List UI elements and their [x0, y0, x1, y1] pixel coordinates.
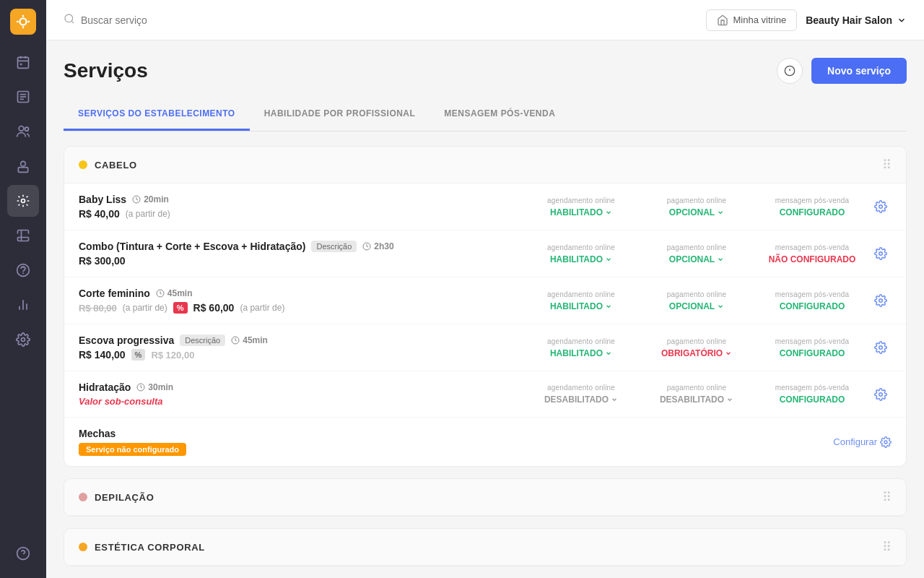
- svg-point-33: [879, 252, 883, 256]
- meta-agendamento-escova-progressiva: agendamento online HABILITADO: [523, 337, 639, 358]
- topbar: Minha vitrine Beauty Hair Salon: [46, 0, 924, 40]
- category-header-depilacao: DEPILAÇÃO ⠿: [64, 479, 906, 516]
- service-meta-escova-progressiva: agendamento online HABILITADO pagamento …: [523, 337, 870, 358]
- meta-pagamento-escova-progressiva: pagamento online OBRIGATÓRIO: [639, 337, 754, 358]
- gear-button-baby-liss[interactable]: [870, 196, 892, 217]
- configurar-link-mechas[interactable]: Configurar: [833, 436, 892, 448]
- agendamento-value-escova-progressiva[interactable]: HABILITADO: [523, 348, 639, 358]
- sidebar-item-financial[interactable]: [7, 254, 39, 286]
- svg-point-39: [879, 392, 883, 396]
- meta-agendamento-hidratacao: agendamento online DESABILITADO: [523, 384, 639, 405]
- category-card-depilacao: DEPILAÇÃO ⠿: [64, 478, 907, 517]
- category-dot-estetica: [79, 543, 87, 551]
- service-row-hidratacao: Hidratação 30min Valor sob-consulta agen…: [64, 371, 906, 418]
- category-header-cabelo: CABELO ⠿: [64, 147, 906, 184]
- mensagem-value-baby-liss: CONFIGURADO: [754, 207, 870, 217]
- agendamento-value-hidratacao[interactable]: DESABILITADO: [523, 394, 639, 405]
- service-meta-corte-feminino: agendamento online HABILITADO pagamento …: [523, 290, 870, 311]
- pagamento-value-combo[interactable]: OPCIONAL: [639, 254, 754, 264]
- vitrine-button[interactable]: Minha vitrine: [706, 9, 797, 31]
- svg-point-16: [21, 161, 26, 166]
- search-input[interactable]: [81, 14, 254, 26]
- meta-mensagem-baby-liss: mensagem pós-venda CONFIGURADO: [754, 197, 870, 217]
- sidebar-item-stats[interactable]: [7, 289, 39, 321]
- meta-mensagem-corte-feminino: mensagem pós-venda CONFIGURADO: [754, 290, 870, 311]
- pagamento-value-baby-liss[interactable]: OPCIONAL: [639, 207, 754, 217]
- not-configured-badge-mechas: Serviço não configurado: [79, 439, 456, 456]
- sidebar-item-products[interactable]: [7, 220, 39, 251]
- pagamento-value-corte-feminino[interactable]: OPCIONAL: [639, 301, 754, 311]
- percent-badge-escova: %: [131, 349, 146, 361]
- gear-button-hidratacao[interactable]: [870, 384, 892, 405]
- sidebar-item-professionals[interactable]: [7, 150, 39, 182]
- sidebar-item-calendar[interactable]: [7, 46, 39, 78]
- meta-mensagem-escova-progressiva: mensagem pós-venda CONFIGURADO: [754, 337, 870, 358]
- service-meta-combo: agendamento online HABILITADO pagamento …: [523, 243, 870, 264]
- service-meta-hidratacao: agendamento online DESABILITADO pagament…: [523, 384, 870, 405]
- gear-button-combo[interactable]: [870, 243, 892, 264]
- novo-servico-button[interactable]: Novo serviço: [811, 58, 907, 84]
- page-header-right: Novo serviço: [777, 58, 907, 84]
- meta-mensagem-combo: mensagem pós-venda NÃO CONFIGURADO: [754, 243, 870, 264]
- service-duration-baby-liss: 20min: [132, 194, 169, 204]
- service-left-mechas: Mechas Serviço não configurado: [79, 428, 456, 456]
- category-card-cabelo: CABELO ⠿ Baby Liss 20min R$ 40,00: [64, 146, 907, 467]
- agendamento-value-baby-liss[interactable]: HABILITADO: [523, 207, 639, 217]
- desc-badge-combo[interactable]: Descrição: [311, 241, 357, 252]
- sidebar-item-reports[interactable]: [7, 81, 39, 113]
- service-left-corte-feminino: Corte feminino 45min R$ 80,00 (a partir …: [79, 288, 523, 314]
- service-name-hidratacao: Hidratação 30min: [79, 381, 523, 393]
- category-name-estetica: ESTÉTICA CORPORAL: [95, 542, 205, 553]
- page-title: Serviços: [64, 59, 148, 82]
- main-content: Minha vitrine Beauty Hair Salon Serviços…: [46, 0, 924, 578]
- category-header-estetica: ESTÉTICA CORPORAL ⠿: [64, 529, 906, 566]
- desc-badge-escova[interactable]: Descrição: [180, 335, 225, 346]
- service-row-baby-liss: Baby Liss 20min R$ 40,00 (a partir de) a…: [64, 184, 906, 230]
- svg-point-31: [879, 205, 883, 209]
- service-row-corte-feminino: Corte feminino 45min R$ 80,00 (a partir …: [64, 277, 906, 324]
- gear-button-corte-feminino[interactable]: [870, 290, 892, 311]
- service-name-mechas: Mechas: [79, 428, 456, 439]
- meta-agendamento-corte-feminino: agendamento online HABILITADO: [523, 290, 639, 311]
- drag-handle-cabelo[interactable]: ⠿: [882, 157, 892, 173]
- gear-button-escova-progressiva[interactable]: [870, 337, 892, 358]
- topbar-right: Minha vitrine Beauty Hair Salon: [706, 9, 907, 31]
- salon-name[interactable]: Beauty Hair Salon: [806, 14, 907, 26]
- tab-servicos[interactable]: SERVIÇOS DO ESTABELECIMENTO: [64, 98, 250, 131]
- service-price-corte-feminino: R$ 80,00 (a partir de) % R$ 60,00 (a par…: [79, 302, 523, 314]
- svg-point-35: [879, 299, 883, 303]
- meta-agendamento-baby-liss: agendamento online HABILITADO: [523, 197, 639, 217]
- tabs: SERVIÇOS DO ESTABELECIMENTO HABILIDADE P…: [64, 98, 907, 131]
- tab-mensagem[interactable]: MENSAGEM PÓS-VENDA: [430, 98, 570, 131]
- tab-habilidade[interactable]: HABILIDADE POR PROFISSIONAL: [250, 98, 430, 131]
- sidebar-item-clients[interactable]: [7, 116, 39, 147]
- sidebar-item-help[interactable]: [7, 538, 39, 569]
- service-name-combo: Combo (Tintura + Corte + Escova + Hidrat…: [79, 241, 523, 252]
- category-title-cabelo: CABELO: [79, 160, 137, 171]
- agendamento-value-corte-feminino[interactable]: HABILITADO: [523, 301, 639, 311]
- service-price-baby-liss: R$ 40,00 (a partir de): [79, 208, 523, 220]
- service-left-escova-progressiva: Escova progressiva Descrição 45min R$ 14…: [79, 335, 523, 361]
- info-button[interactable]: [777, 58, 803, 84]
- drag-handle-estetica[interactable]: ⠿: [882, 539, 892, 555]
- category-dot-depilacao: [79, 493, 87, 501]
- logo[interactable]: [10, 9, 36, 35]
- service-left-baby-liss: Baby Liss 20min R$ 40,00 (a partir de): [79, 194, 523, 220]
- agendamento-value-combo[interactable]: HABILITADO: [523, 254, 639, 264]
- service-row-escova-progressiva: Escova progressiva Descrição 45min R$ 14…: [64, 324, 906, 371]
- svg-point-0: [19, 18, 26, 25]
- salon-name-text: Beauty Hair Salon: [806, 14, 892, 26]
- service-price-combo: R$ 300,00: [79, 255, 523, 267]
- service-row-combo: Combo (Tintura + Corte + Escova + Hidrat…: [64, 230, 906, 277]
- category-dot-cabelo: [79, 160, 87, 169]
- drag-handle-depilacao[interactable]: ⠿: [882, 489, 892, 505]
- meta-pagamento-combo: pagamento online OPCIONAL: [639, 243, 754, 264]
- pagamento-value-hidratacao[interactable]: DESABILITADO: [639, 394, 754, 405]
- meta-pagamento-corte-feminino: pagamento online OPCIONAL: [639, 290, 754, 311]
- mensagem-value-combo: NÃO CONFIGURADO: [754, 254, 870, 264]
- sidebar-item-services[interactable]: [7, 185, 39, 217]
- sidebar-item-settings[interactable]: [7, 324, 39, 355]
- category-card-estetica: ESTÉTICA CORPORAL ⠿: [64, 528, 907, 566]
- sidebar: [0, 0, 46, 578]
- pagamento-value-escova-progressiva[interactable]: OBRIGATÓRIO: [639, 348, 754, 358]
